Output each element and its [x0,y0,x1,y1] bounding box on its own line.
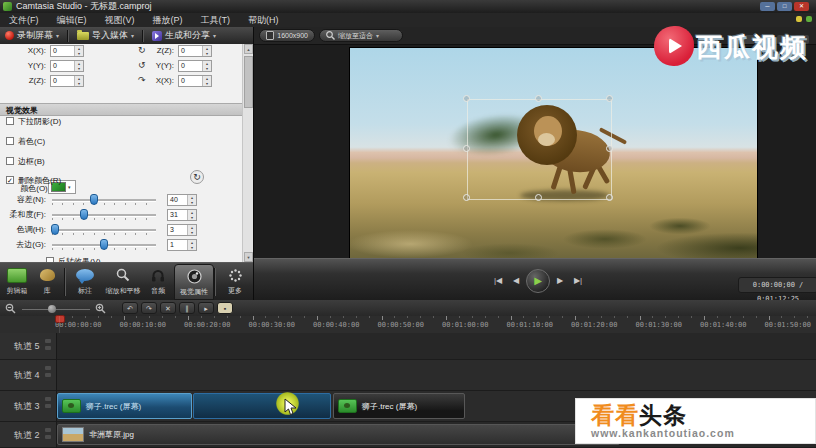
clip-3[interactable]: 非洲草原.jpg [57,424,620,445]
spinner-arrows-icon[interactable]: ▴▾ [202,76,211,86]
record-screen-button[interactable]: 录制屏幕 ▾ [0,28,64,43]
spinner-arrows-icon[interactable]: ▴▾ [74,46,83,56]
editing-dimensions-button[interactable]: 1600x900 [259,29,315,42]
copy-button[interactable]: ▸ [198,302,214,314]
effect-checkbox-3[interactable]: ✓ [6,176,14,184]
spinner-arrows-icon[interactable]: ▴▾ [187,225,196,235]
rotation-field-0[interactable]: 0▴▾ [178,45,212,57]
jump-to-end-button[interactable]: ▶| [570,275,586,287]
spinner-arrows-icon[interactable]: ▴▾ [187,210,196,220]
spinner-arrows-icon[interactable]: ▴▾ [74,76,83,86]
timeline-zoom-slider[interactable] [22,309,90,310]
menu-item-0[interactable]: 文件(F) [0,13,48,27]
menu-item-5[interactable]: 帮助(H) [239,13,288,27]
track-lane[interactable] [57,333,816,360]
tab-visual-properties[interactable]: 视觉属性 [174,264,214,300]
track-header-轨道5[interactable]: 轨道 5 [0,333,57,360]
slider-value-3[interactable]: 1▴▾ [167,239,197,251]
rotation-field-1[interactable]: 0▴▾ [178,60,212,72]
produce-share-button[interactable]: 生成和分享 ▾ [147,28,221,43]
selection-handle-bottom-left[interactable] [463,194,470,201]
track-toggle-icon[interactable] [45,339,51,343]
slider-value-1[interactable]: 31▴▾ [167,209,197,221]
spinner-arrows-icon[interactable]: ▴▾ [202,61,211,71]
track-toggle-icon[interactable] [45,435,51,439]
scroll-down-icon[interactable]: ▼ [244,252,253,262]
slider-handle-0[interactable] [90,194,98,205]
undo-button[interactable]: ↶ [122,302,138,314]
spinner-arrows-icon[interactable]: ▴▾ [187,240,196,250]
scroll-up-icon[interactable]: ▲ [244,44,253,54]
track-header-轨道3[interactable]: 轨道 3 [0,391,57,422]
tab-1[interactable]: 库 [34,264,60,300]
step-forward-button[interactable]: ▶ [552,275,568,287]
selection-rectangle[interactable] [467,99,612,200]
slider-handle-2[interactable] [51,224,59,235]
slider-value-2[interactable]: 3▴▾ [167,224,197,236]
import-media-button[interactable]: 导入媒体 ▾ [72,28,139,43]
tab-6[interactable]: 更多 [218,264,252,300]
paste-button[interactable]: ▪ [217,302,233,314]
position-field-0[interactable]: 0▴▾ [50,45,84,57]
track-header-轨道2[interactable]: 轨道 2 [0,422,57,448]
rotation-field-2[interactable]: 0▴▾ [178,75,212,87]
slider-handle-1[interactable] [80,209,88,220]
track-toggle-icon[interactable] [45,428,51,432]
spinner-arrows-icon[interactable]: ▴▾ [202,46,211,56]
cut-button[interactable]: ✕ [160,302,176,314]
selection-handle-mid-left[interactable] [463,145,470,152]
close-button[interactable]: ✕ [794,2,809,11]
play-button[interactable]: ▶ [526,269,550,293]
maximize-button[interactable]: □ [777,2,792,11]
selection-handle-top-left[interactable] [463,95,470,102]
reset-icon[interactable]: ↻ [190,170,204,184]
clip-2[interactable]: 狮子.trec (屏幕) [333,393,465,419]
spinner-arrows-icon[interactable]: ▴▾ [187,195,196,205]
track-lane[interactable] [57,360,816,391]
slider-track-2[interactable] [52,229,156,232]
playhead-marker[interactable] [55,315,65,323]
timeline-zoom-handle[interactable] [48,305,56,313]
menu-item-3[interactable]: 播放(P) [144,13,192,27]
track-toggle-icon[interactable] [45,366,51,370]
selection-handle-bottom-right[interactable] [606,194,613,201]
track-toggle-icon[interactable] [45,346,51,350]
track-toggle-icon[interactable] [45,404,51,408]
tab-4[interactable]: 音频 [144,264,172,300]
clip-0[interactable]: 狮子.trec (屏幕) [57,393,192,419]
menu-item-4[interactable]: 工具(T) [192,13,240,27]
mouse-cursor-icon [284,398,298,416]
track-toggle-icon[interactable] [45,397,51,401]
slider-track-0[interactable] [52,199,156,202]
slider-value-0[interactable]: 40▴▾ [167,194,197,206]
selection-handle-bottom-center[interactable] [535,194,542,201]
jump-to-start-button[interactable]: |◀ [490,275,506,287]
panel-scrollbar[interactable]: ▲ ▼ [242,44,253,262]
redo-button[interactable]: ↷ [141,302,157,314]
timeline-ruler[interactable]: 00:00:00:0000:00:10:0000:00:20:0000:00:3… [0,316,816,334]
effect-checkbox-0[interactable] [6,117,14,125]
menu-item-2[interactable]: 视图(V) [96,13,144,27]
slider-track-1[interactable] [52,214,156,217]
step-back-button[interactable]: ◀ [508,275,524,287]
zoom-out-icon[interactable] [5,303,17,314]
clip-1[interactable] [193,393,331,419]
minimize-button[interactable]: ─ [760,2,775,11]
zoom-in-icon[interactable] [95,303,107,314]
menu-item-1[interactable]: 编辑(E) [48,13,96,27]
track-header-轨道4[interactable]: 轨道 4 [0,360,57,391]
spinner-arrows-icon[interactable]: ▴▾ [74,61,83,71]
selection-handle-mid-right[interactable] [606,145,613,152]
selection-handle-top-center[interactable] [535,95,542,102]
effect-checkbox-1[interactable] [6,137,14,145]
scrollbar-thumb[interactable] [244,56,253,108]
position-field-2[interactable]: 0▴▾ [50,75,84,87]
zoom-fit-button[interactable]: 缩放至适合 ▾ [319,29,403,42]
split-button[interactable]: ∥ [179,302,195,314]
slider-handle-3[interactable] [100,239,108,250]
track-toggle-icon[interactable] [45,373,51,377]
effect-checkbox-2[interactable] [6,157,14,165]
selection-handle-top-right[interactable] [606,95,613,102]
position-field-1[interactable]: 0▴▾ [50,60,84,72]
rotate-x-icon: ↷ [138,75,146,85]
